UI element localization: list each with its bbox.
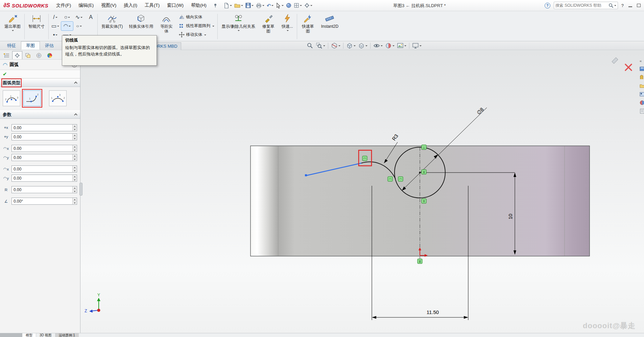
line-tool-icon[interactable]: / (49, 13, 61, 22)
exit-sketch-button[interactable]: 退出草图 (3, 13, 22, 32)
exit-sketch-caret-icon[interactable] (12, 30, 14, 32)
menu-insert[interactable]: 插入(I) (120, 0, 141, 11)
dim-width-label[interactable]: 11.50 (427, 309, 439, 315)
select-cursor-icon[interactable] (275, 2, 285, 9)
3d-views-tab[interactable]: 3D 视图 (36, 333, 55, 337)
menu-help[interactable]: 帮助(H) (187, 0, 210, 11)
circle-tool-icon[interactable]: ○ (61, 13, 73, 22)
section-view-icon[interactable] (330, 42, 341, 49)
move-entities-caret-icon[interactable] (204, 35, 206, 37)
confirmation-corner[interactable] (612, 58, 631, 70)
dimension-width[interactable]: 11.50 (372, 309, 468, 319)
relation-icon[interactable]: ⊻ (418, 259, 422, 264)
display-style-icon[interactable] (357, 42, 368, 49)
view-palette-icon[interactable] (640, 92, 644, 97)
arc-end-x-field[interactable] (12, 166, 72, 172)
maximize-button[interactable] (637, 4, 641, 7)
spinner[interactable] (72, 186, 77, 193)
centerpoint-arc-button[interactable]: 123 (3, 90, 20, 106)
tab-features[interactable]: 特征 (2, 41, 21, 50)
feature-manager-tab-icon[interactable] (1, 51, 11, 59)
help-quick-icon[interactable]: ? (545, 3, 550, 8)
parameters-section-header[interactable]: 参数 (0, 110, 80, 119)
relation-icon[interactable]: ⊥ (422, 145, 426, 150)
view-settings-icon[interactable] (411, 42, 422, 49)
menu-file[interactable]: 文件(F) (52, 0, 75, 11)
file-explorer-icon[interactable] (640, 83, 644, 88)
arc-start-y-field[interactable] (12, 154, 72, 161)
edit-appearance-icon[interactable] (384, 42, 395, 49)
zoom-area-icon[interactable] (315, 42, 326, 49)
dim-radius-label[interactable]: R3 (391, 133, 399, 141)
collapse-chevron-icon[interactable] (74, 113, 77, 117)
arc-angle-field[interactable] (12, 198, 72, 204)
open-icon[interactable] (233, 2, 244, 9)
quick-snaps-caret-icon[interactable] (287, 30, 289, 32)
arc-tool-icon[interactable]: ◠ (61, 22, 73, 30)
relation-icon[interactable]: ‖ (422, 199, 426, 203)
undo-icon[interactable]: ↶ (266, 2, 275, 9)
trim-entities-button[interactable]: 剪裁实体(T) (100, 13, 124, 29)
pin-menu-icon[interactable] (213, 3, 218, 8)
menu-view[interactable]: 视图(V) (97, 0, 120, 11)
linear-pattern-caret-icon[interactable] (212, 26, 214, 28)
appearances-scenes-icon[interactable] (640, 100, 644, 105)
arc-center-y-field[interactable] (12, 134, 72, 140)
display-manager-tab-icon[interactable] (45, 51, 55, 59)
menu-edit[interactable]: 编辑(E) (75, 0, 97, 11)
menu-tools[interactable]: 工具(T) (141, 0, 163, 11)
view-orientation-icon[interactable] (345, 42, 356, 49)
minimize-button[interactable] (628, 6, 632, 7)
ellipse-tool-icon[interactable]: ○ (73, 22, 85, 30)
print-icon[interactable] (255, 2, 265, 9)
three-point-arc-button[interactable]: 123 (49, 90, 67, 106)
arc-radius-field[interactable] (12, 186, 72, 193)
menu-window[interactable]: 窗口(W) (163, 0, 187, 11)
arc-type-section-header[interactable]: 圆弧类型 (0, 78, 80, 87)
spinner[interactable] (72, 166, 77, 172)
spinner[interactable] (72, 175, 77, 181)
arc-start-x-field[interactable] (12, 145, 72, 152)
settings-gear-icon[interactable] (303, 2, 313, 9)
quick-snaps-button[interactable]: 快速... (280, 13, 294, 32)
zoom-fit-icon[interactable] (306, 42, 314, 49)
help-search-input[interactable] (555, 3, 609, 8)
property-manager-tab-icon[interactable] (12, 51, 22, 59)
search-scope-caret-icon[interactable] (614, 5, 616, 7)
ok-button[interactable]: ✔ (3, 71, 7, 77)
linear-sketch-pattern-button[interactable]: 线性草图阵列 (178, 22, 215, 30)
resources-icon[interactable] (640, 66, 644, 71)
relation-icon[interactable]: ◠ (388, 177, 392, 181)
options-grid-icon[interactable] (293, 2, 303, 9)
dimxpert-manager-tab-icon[interactable]: D (34, 51, 44, 59)
instant2d-button[interactable]: Instant2D (320, 13, 340, 29)
circle-center-point[interactable] (419, 172, 421, 174)
repair-sketch-button[interactable]: 修复草图 (260, 13, 277, 34)
rectangle-tool-icon[interactable]: ▭ (49, 22, 61, 30)
convert-entities-button[interactable]: 转换实体引用 (127, 13, 154, 29)
search-icon[interactable] (609, 3, 614, 8)
display-delete-relations-button[interactable]: 显示/删除几何关系 (220, 13, 256, 32)
spinner[interactable] (72, 134, 77, 140)
sketch-endpoint[interactable] (305, 174, 307, 176)
spinner[interactable] (72, 145, 77, 152)
dim-height-label[interactable]: 10 (507, 214, 513, 220)
text-tool-icon[interactable]: A (85, 13, 97, 22)
point-tool-icon[interactable]: • (49, 30, 61, 39)
arc-end-y-field[interactable] (12, 175, 72, 181)
relation-icon[interactable]: ◠ (398, 177, 403, 181)
spinner[interactable] (72, 125, 77, 131)
move-entities-button[interactable]: 移动实体 (178, 30, 215, 39)
save-icon[interactable] (244, 2, 255, 9)
tangent-arc-button[interactable]: 12 (23, 90, 41, 106)
smart-dimension-button[interactable]: 智能尺寸 (27, 13, 46, 29)
graphics-area[interactable]: 10 11.50 ∅8 R3 (80, 50, 644, 333)
model-tab[interactable]: 模型 (22, 333, 36, 337)
motion-study-tab[interactable]: 运动算例 1 (55, 333, 79, 337)
tab-sketch[interactable]: 草图 (21, 41, 40, 50)
dim-diameter-label[interactable]: ∅8 (476, 107, 485, 116)
custom-properties-icon[interactable] (640, 109, 644, 114)
apply-scene-icon[interactable] (396, 42, 407, 49)
rebuild-icon[interactable] (285, 2, 292, 9)
relations-caret-icon[interactable] (238, 30, 240, 32)
